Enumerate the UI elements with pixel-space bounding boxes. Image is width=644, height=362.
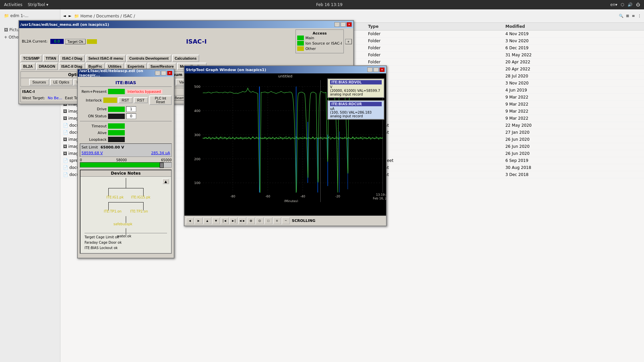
sch-ig1[interactable]: ITE:IG1.pk bbox=[106, 195, 123, 199]
col-type[interactable]: Type bbox=[365, 23, 502, 31]
loopback-led bbox=[108, 137, 125, 142]
device-notes: Device Notes ITE:IG1.pk ITE:IG15.pk ITE:… bbox=[80, 170, 172, 254]
strip-zoom-out-btn[interactable]: ⊙ bbox=[256, 218, 264, 224]
sch-water[interactable]: water.ok bbox=[117, 234, 131, 238]
tooltip-2-pv: ITE:BIAS:RDCUR bbox=[330, 102, 382, 106]
activities-btn[interactable]: Activities bbox=[4, 2, 22, 7]
isac-title: /usr1/isac/edl/isac_menu.edl (on isacpic… bbox=[20, 22, 109, 27]
access-ionsource-label: Ion Source or ISAC-I bbox=[305, 41, 342, 46]
le-optics-btn[interactable]: LE Optics bbox=[50, 79, 73, 85]
bias-close-btn[interactable]: ✕ bbox=[167, 71, 172, 75]
cell-modified: 9 Mar 2022 bbox=[503, 115, 644, 122]
sidebar-item-edm[interactable]: 📁 edm 1-... bbox=[0, 12, 60, 19]
cell-modified: 26 Jun 2020 bbox=[503, 143, 644, 150]
target-ok-btn[interactable]: Target Ok bbox=[65, 39, 86, 44]
access-main-label: Main bbox=[305, 36, 314, 40]
cell-type: Folder bbox=[365, 38, 502, 45]
isac-maximize-btn[interactable]: □ bbox=[340, 22, 346, 27]
fm-sort-btn[interactable]: ≡ bbox=[632, 14, 635, 18]
rst-btn-2[interactable]: RST bbox=[134, 97, 148, 103]
access-title: Access bbox=[297, 31, 342, 36]
cell-modified: 6 Dec 2019 bbox=[503, 45, 644, 52]
strip-down-btn[interactable]: ▼ bbox=[212, 218, 220, 224]
progress-section: 0 58000 65000 bbox=[80, 158, 172, 168]
strip-minimize-btn[interactable]: _ bbox=[367, 67, 373, 72]
bias-title: /usr1/isac/edl/itebiascp.edl (on isacepi… bbox=[79, 69, 155, 77]
fm-view-btn[interactable]: ⊞ bbox=[626, 14, 629, 18]
tooltip-1: ITE:BIAS:RDVOL V (20000, 61000) VAL=5859… bbox=[327, 78, 384, 98]
tooltip-1-coords: (20000, 61000) VAL=58599.7 bbox=[330, 89, 382, 93]
strip-maximize-btn[interactable]: □ bbox=[373, 67, 379, 72]
sch-line-1 bbox=[126, 178, 126, 188]
strip-up-btn[interactable]: ▲ bbox=[203, 218, 211, 224]
isac-minimize-btn[interactable]: _ bbox=[334, 22, 340, 27]
isac-close-btn[interactable]: ✕ bbox=[346, 22, 352, 27]
sch-line-9 bbox=[126, 228, 126, 235]
sch-tp1[interactable]: ITE:TP1.on bbox=[104, 209, 122, 213]
svg-text:500: 500 bbox=[194, 85, 201, 88]
graph-svg: 500 400 300 200 100 -80 -60 -40 -20 13:1… bbox=[184, 80, 386, 202]
voltage-display: 58599.68 V bbox=[82, 151, 103, 155]
rst-btn-1[interactable]: RST bbox=[118, 97, 132, 103]
select-isac-ii-btn[interactable]: Select ISAC-II menu bbox=[86, 55, 126, 62]
strip-left-btn[interactable]: ◄ bbox=[186, 218, 194, 224]
col-modified[interactable]: Modified bbox=[503, 23, 644, 31]
fm-back-btn[interactable]: ◄ bbox=[63, 14, 66, 18]
alive-label: Alive bbox=[80, 131, 107, 135]
access-led-main bbox=[297, 36, 304, 40]
cell-type: Folder bbox=[365, 45, 502, 52]
fm-menu-btn[interactable]: ⋮ bbox=[638, 14, 641, 18]
interlock-bypassed-text: Interlocks bypassed bbox=[126, 89, 162, 94]
progress-thumb[interactable] bbox=[160, 163, 164, 168]
strip-right-btn[interactable]: ► bbox=[195, 218, 203, 224]
calculations-btn[interactable]: Calculations bbox=[172, 55, 199, 62]
cell-type: Folder bbox=[365, 31, 502, 38]
svg-text:-60: -60 bbox=[265, 195, 270, 198]
bias-minimize-btn[interactable]: _ bbox=[155, 71, 160, 75]
isac-i-diag-btn[interactable]: ISAC-I Diag bbox=[59, 55, 85, 62]
fm-search-btn[interactable]: 🔍 bbox=[619, 14, 624, 18]
titan-btn[interactable]: TITAN bbox=[43, 55, 59, 62]
strip-close-btn[interactable]: ✕ bbox=[379, 67, 385, 72]
cursor-line bbox=[320, 80, 321, 202]
power-icon[interactable]: ⏻ bbox=[636, 2, 640, 7]
tcs-smp-btn[interactable]: TCS/SMP bbox=[20, 55, 42, 62]
drive-value: 1 bbox=[126, 106, 136, 112]
sources-btn[interactable]: Sources bbox=[29, 79, 49, 85]
bias-maximize-btn[interactable]: □ bbox=[161, 71, 166, 75]
sch-safe[interactable]: safebusspk bbox=[113, 222, 132, 226]
bl2a-btn[interactable]: BL2A bbox=[20, 63, 36, 70]
sch-scroll-btn[interactable]: ▲ bbox=[162, 179, 169, 184]
bias-window: /usr1/isac/edl/itebiascp.edl (on isacepi… bbox=[77, 69, 174, 258]
tooltip-2-type: analog input record bbox=[330, 114, 382, 118]
strip-reset-btn[interactable]: □ bbox=[264, 218, 272, 224]
strip-config-btn[interactable]: ≡ bbox=[273, 218, 281, 224]
cell-modified: 22 May 2020 bbox=[503, 122, 644, 129]
svg-text:13:19:43: 13:19:43 bbox=[376, 193, 386, 196]
rem-present-label: Rem+Present bbox=[80, 89, 107, 94]
west-target-label: West Target: bbox=[22, 96, 45, 100]
fm-fwd-btn[interactable]: ► bbox=[68, 14, 71, 18]
strip-prev-btn[interactable]: |◄ bbox=[221, 218, 229, 224]
dragon-btn[interactable]: DRAGON bbox=[36, 63, 58, 70]
strip-toolbar: ◄ ► ▲ ▼ |◄ ►| ◄► ⊕ ⊙ □ ≡ ~ SCROLLING bbox=[184, 216, 386, 226]
strip-next-btn[interactable]: ►| bbox=[229, 218, 237, 224]
striptool-btn[interactable]: StripTool ▾ bbox=[28, 2, 48, 7]
plc-int-reset-btn[interactable]: PLC Int Reset bbox=[149, 96, 172, 105]
controls-dev-btn[interactable]: Controls Development bbox=[126, 55, 171, 62]
cell-modified: 20 Apr 2022 bbox=[503, 59, 644, 66]
sch-tp2[interactable]: ITE:TP2.on bbox=[130, 209, 148, 213]
strip-auto-btn[interactable]: ~ bbox=[282, 218, 290, 224]
strip-window: StripTool Graph Window (on isacpics1) _ … bbox=[184, 65, 387, 226]
cell-modified: 20 Apr 2022 bbox=[503, 66, 644, 73]
add-btn[interactable]: + bbox=[345, 39, 352, 44]
cell-modified: 26 Jun 2020 bbox=[503, 150, 644, 157]
strip-expand-btn[interactable]: ◄► bbox=[238, 218, 246, 224]
sch-ig15[interactable]: ITE:IG15.pk bbox=[131, 195, 151, 199]
svg-text:400: 400 bbox=[194, 109, 201, 113]
prog-min: 0 bbox=[80, 158, 82, 162]
progress-bar[interactable] bbox=[80, 162, 172, 168]
strip-zoom-in-btn[interactable]: ⊕ bbox=[247, 218, 255, 224]
faraday-text: Faraday Cage Door ok bbox=[85, 241, 122, 244]
lang-btn[interactable]: en▾ bbox=[610, 2, 618, 7]
